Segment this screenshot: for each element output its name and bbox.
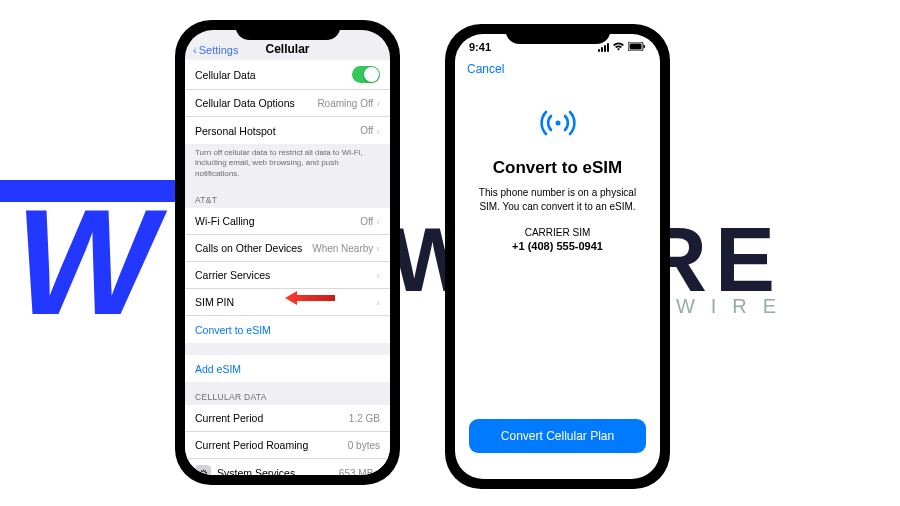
modal-description: This phone number is on a physical SIM. … [455,186,660,213]
phone-convert-esim: 9:41 Cancel Convert to eSIM This phone n… [445,24,670,489]
carrier-label: CARRIER SIM [455,227,660,238]
annotation-arrow [285,290,335,306]
modal-title: Convert to eSIM [455,158,660,178]
status-time: 9:41 [469,41,491,53]
phone-notch [235,20,340,40]
signal-icon [598,43,609,52]
battery-icon [628,41,646,53]
phone-number: +1 (408) 555-0941 [455,240,660,252]
row-wifi-calling[interactable]: Wi-Fi Calling Off› [185,208,390,235]
antenna-icon [538,106,578,142]
cancel-button[interactable]: Cancel [467,62,504,76]
row-current-roaming: Current Period Roaming 0 bytes [185,432,390,459]
chevron-right-icon: › [376,97,380,109]
chevron-right-icon: › [376,269,380,281]
svg-point-4 [555,121,560,126]
row-cellular-data[interactable]: Cellular Data [185,60,390,90]
chevron-right-icon: › [376,296,380,308]
row-current-period: Current Period 1.2 GB [185,405,390,432]
section-footer: Turn off cellular data to restrict all d… [185,144,390,185]
wifi-icon [612,41,625,53]
chevron-right-icon: › [376,242,380,254]
svg-rect-3 [644,45,646,48]
section-header-carrier: AT&T [185,185,390,208]
row-add-esim[interactable]: Add eSIM [185,355,390,382]
svg-rect-2 [630,44,642,50]
chevron-right-icon: › [376,125,380,137]
phone-settings: ‹ Settings Cellular Cellular Data Cellul… [175,20,400,485]
chevron-left-icon: ‹ [193,44,197,56]
chevron-right-icon: › [376,215,380,227]
convert-button[interactable]: Convert Cellular Plan [469,419,646,453]
row-cellular-data-options[interactable]: Cellular Data Options Roaming Off› [185,90,390,117]
row-calls-other-devices[interactable]: Calls on Other Devices When Nearby› [185,235,390,262]
row-convert-esim[interactable]: Convert to eSIM [185,316,390,343]
phone-notch [505,24,610,44]
section-header-data: CELLULAR DATA [185,382,390,405]
svg-marker-0 [285,291,335,305]
back-button[interactable]: ‹ Settings [193,44,238,56]
row-carrier-services[interactable]: Carrier Services › [185,262,390,289]
toggle-cellular-data[interactable] [352,66,380,83]
row-personal-hotspot[interactable]: Personal Hotspot Off› [185,117,390,144]
nav-title: Cellular [265,42,309,56]
row-system-services[interactable]: ⚙ System Services 653 MB› [185,459,390,475]
